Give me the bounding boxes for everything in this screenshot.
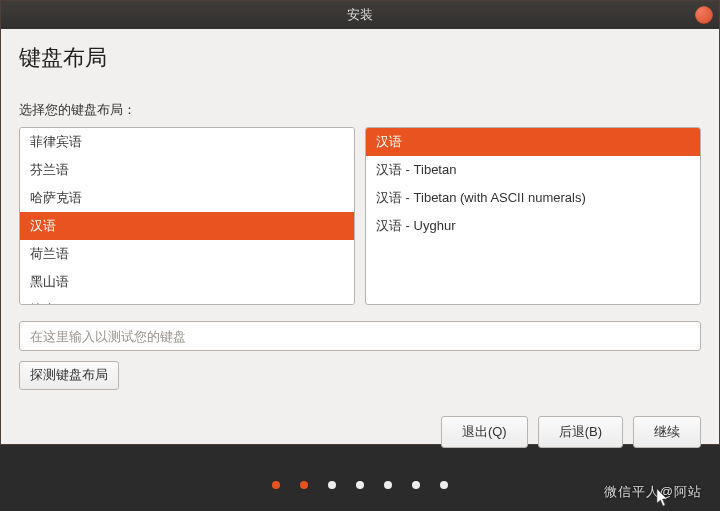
footer-buttons: 退出(Q) 后退(B) 继续 bbox=[19, 416, 701, 448]
list-item[interactable]: 芬兰语 bbox=[20, 156, 354, 184]
keyboard-test-input[interactable] bbox=[19, 321, 701, 351]
close-icon[interactable] bbox=[695, 6, 713, 24]
window-title: 安装 bbox=[347, 7, 373, 22]
watermark-text: 微信平人@阿站 bbox=[604, 483, 702, 501]
cursor-icon bbox=[656, 489, 670, 507]
progress-dot bbox=[440, 481, 448, 489]
list-item[interactable]: 汉语 bbox=[366, 128, 700, 156]
progress-dot bbox=[384, 481, 392, 489]
titlebar: 安装 bbox=[1, 1, 719, 29]
content-area: 键盘布局 选择您的键盘布局： 菲律宾语芬兰语哈萨克语汉语荷兰语黑山语捷克 汉语汉… bbox=[1, 29, 719, 460]
list-item[interactable]: 汉语 - Uyghur bbox=[366, 212, 700, 240]
progress-dot bbox=[272, 481, 280, 489]
list-item[interactable]: 菲律宾语 bbox=[20, 128, 354, 156]
progress-dot bbox=[356, 481, 364, 489]
quit-button[interactable]: 退出(Q) bbox=[441, 416, 528, 448]
list-item[interactable]: 汉语 - Tibetan (with ASCII numerals) bbox=[366, 184, 700, 212]
progress-dot bbox=[412, 481, 420, 489]
list-item[interactable]: 哈萨克语 bbox=[20, 184, 354, 212]
continue-button[interactable]: 继续 bbox=[633, 416, 701, 448]
installer-window: 安装 键盘布局 选择您的键盘布局： 菲律宾语芬兰语哈萨克语汉语荷兰语黑山语捷克 … bbox=[0, 0, 720, 445]
back-button[interactable]: 后退(B) bbox=[538, 416, 623, 448]
progress-dot bbox=[300, 481, 308, 489]
list-item[interactable]: 荷兰语 bbox=[20, 240, 354, 268]
list-item[interactable]: 汉语 - Tibetan bbox=[366, 156, 700, 184]
variant-list[interactable]: 汉语汉语 - Tibetan汉语 - Tibetan (with ASCII n… bbox=[365, 127, 701, 305]
layout-lists: 菲律宾语芬兰语哈萨克语汉语荷兰语黑山语捷克 汉语汉语 - Tibetan汉语 -… bbox=[19, 127, 701, 305]
language-list[interactable]: 菲律宾语芬兰语哈萨克语汉语荷兰语黑山语捷克 bbox=[19, 127, 355, 305]
detect-layout-button[interactable]: 探测键盘布局 bbox=[19, 361, 119, 390]
progress-dot bbox=[328, 481, 336, 489]
page-title: 键盘布局 bbox=[19, 43, 701, 73]
choose-layout-label: 选择您的键盘布局： bbox=[19, 101, 701, 119]
list-item[interactable]: 捷克 bbox=[20, 296, 354, 305]
list-item[interactable]: 黑山语 bbox=[20, 268, 354, 296]
list-item[interactable]: 汉语 bbox=[20, 212, 354, 240]
